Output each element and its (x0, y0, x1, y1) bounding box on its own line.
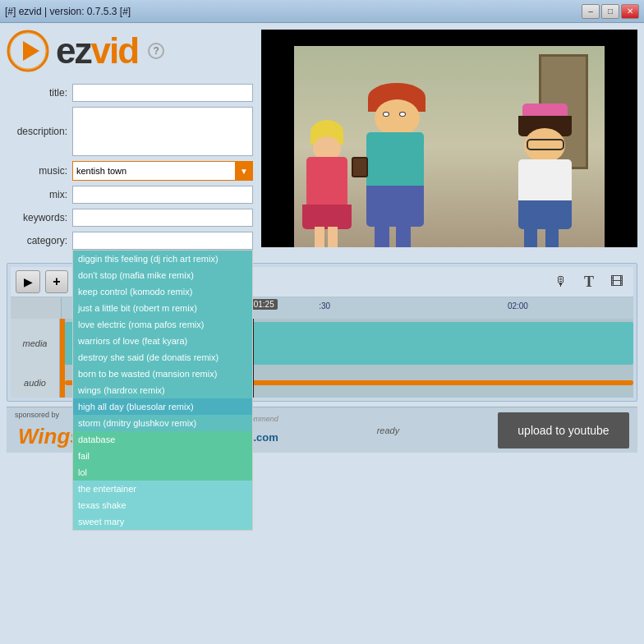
black-bar-top (261, 30, 637, 46)
film-button[interactable]: 🎞 (605, 270, 628, 293)
mic-button[interactable]: 🎙 (550, 270, 573, 293)
title-input[interactable] (72, 84, 253, 102)
audio-label-text: audio (24, 378, 46, 388)
black-bar-right (605, 30, 637, 247)
character-lois (360, 83, 442, 247)
sponsor-text: sponsored by (15, 411, 59, 419)
list-item[interactable]: don't stop (mafia mike remix) (73, 267, 252, 283)
list-item[interactable]: love electric (roma pafos remix) (73, 316, 252, 333)
window-title: [#] ezvid | version: 0.7.5.3 [#] (5, 6, 131, 17)
list-item[interactable]: database (73, 431, 252, 448)
category-input[interactable] (72, 232, 253, 250)
playhead-label: 01:25 (251, 299, 278, 310)
keywords-label: keywords: (7, 212, 72, 223)
black-bar-left (261, 30, 294, 247)
content-area: ez vid ? title: description: (0, 23, 644, 644)
add-icon: + (53, 274, 60, 289)
list-item[interactable]: diggin this feeling (dj rich art remix) (73, 251, 252, 267)
ruler-label-spacer (11, 297, 62, 319)
list-item[interactable]: just a little bit (robert m remix) (73, 300, 252, 316)
audio-track-label: audio (11, 368, 60, 398)
category-label: category: (7, 235, 72, 246)
music-input[interactable] (72, 161, 253, 181)
title-row: title: (7, 84, 253, 102)
music-label: music: (7, 165, 72, 177)
left-panel: ez vid ? title: description: (7, 30, 253, 255)
cartoon-scene (294, 46, 605, 247)
description-input[interactable] (72, 107, 253, 156)
window-controls: – □ ✕ (582, 4, 639, 19)
wings-logo-svg: Wings (15, 421, 80, 450)
list-item[interactable]: keep control (komodo remix) (73, 283, 252, 300)
top-section: ez vid ? title: description: (7, 30, 637, 255)
text-icon: T (584, 274, 594, 291)
appnee-com: .com (254, 431, 278, 444)
music-dropdown-list: diggin this feeling (dj rich art remix) … (72, 250, 253, 531)
close-button[interactable]: ✕ (621, 4, 639, 19)
help-icon[interactable]: ? (148, 43, 164, 59)
keywords-row: keywords: (7, 209, 253, 227)
description-label: description: (7, 126, 72, 137)
text-button[interactable]: T (577, 270, 600, 293)
play-icon (7, 30, 49, 72)
music-dropdown-button[interactable]: ▼ (235, 161, 253, 181)
music-row: music: ▼ (7, 161, 253, 181)
mix-input[interactable] (72, 186, 253, 204)
music-select: ▼ (72, 161, 253, 181)
logo-vid: vid (90, 33, 138, 69)
logo-area: ez vid ? (7, 30, 253, 72)
mic-icon: 🎙 (554, 274, 568, 289)
character-1 (298, 116, 356, 247)
status-text: ready (377, 426, 400, 435)
film-icon: 🎞 (610, 274, 623, 289)
svg-marker-2 (23, 41, 39, 61)
mix-row: mix: (7, 186, 253, 204)
play-icon: ▶ (24, 275, 33, 288)
media-label-text: media (23, 338, 48, 348)
mix-label: mix: (7, 189, 72, 200)
list-item[interactable]: destroy she said (de donatis remix) (73, 349, 252, 366)
ruler-mark-4: 02:00 (508, 301, 528, 310)
media-track-label: media (11, 319, 60, 368)
svg-text:Wings: Wings (18, 424, 80, 448)
list-item[interactable]: warriors of love (feat kyara) (73, 333, 252, 349)
upload-to-youtube-button[interactable]: upload to youtube (498, 412, 629, 448)
wings-logo-area: Wings (15, 421, 80, 450)
add-button[interactable]: + (45, 270, 68, 293)
sponsor-area: sponsored by Wings (15, 411, 80, 450)
list-item[interactable]: high all day (bluesolar remix) (73, 398, 252, 415)
list-item[interactable]: fail (73, 448, 252, 464)
video-preview (261, 30, 637, 247)
title-label: title: (7, 87, 72, 99)
logo-ez: ez (56, 33, 90, 69)
play-button[interactable]: ▶ (16, 270, 40, 293)
maximize-button[interactable]: □ (601, 4, 619, 19)
character-meg (514, 104, 580, 247)
list-item[interactable]: born to be wasted (mansion remix) (73, 366, 252, 382)
list-item[interactable]: lol (73, 464, 252, 481)
list-item[interactable]: storm (dmitry glushkov remix) (73, 415, 252, 431)
ruler-mark-3: :30 (319, 301, 330, 310)
list-item[interactable]: sweet mary (73, 513, 252, 530)
music-section: music: ▼ diggin this feeling (dj rich ar… (7, 161, 253, 250)
category-row: category: (7, 232, 253, 250)
minimize-button[interactable]: – (582, 4, 600, 19)
list-item[interactable]: texas shake (73, 497, 252, 513)
description-row: description: (7, 107, 253, 156)
list-item[interactable]: wings (hardrox remix) (73, 382, 252, 398)
main-window: [#] ezvid | version: 0.7.5.3 [#] – □ ✕ e… (0, 0, 644, 644)
title-bar: [#] ezvid | version: 0.7.5.3 [#] – □ ✕ (0, 0, 644, 23)
keywords-input[interactable] (72, 209, 253, 227)
list-item[interactable]: the entertainer (73, 481, 252, 497)
